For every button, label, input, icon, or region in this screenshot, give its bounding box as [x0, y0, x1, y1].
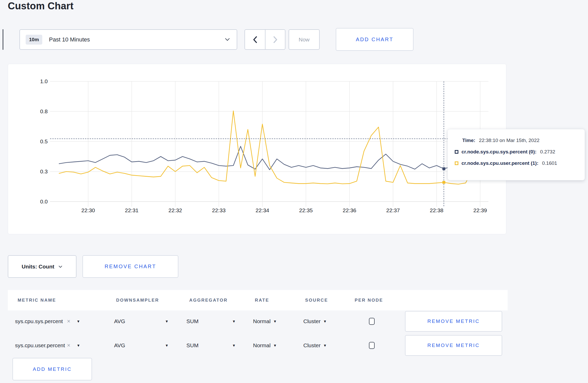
caret-down-icon: ▼ — [273, 343, 277, 347]
svg-text:22:38: 22:38 — [430, 207, 444, 213]
caret-down-icon: ▼ — [232, 319, 236, 323]
prev-time-button[interactable] — [245, 30, 265, 49]
series-swatch-sys — [455, 150, 458, 154]
time-nav-arrows — [244, 29, 285, 50]
svg-text:22:30: 22:30 — [81, 207, 95, 213]
remove-metric-label: REMOVE METRIC — [427, 343, 480, 348]
per-node-checkbox[interactable] — [369, 318, 375, 325]
rate-value: Normal — [253, 318, 271, 324]
aggregator-value: SUM — [186, 342, 199, 349]
page-title: Custom Chart — [8, 1, 74, 12]
col-header-source: SOURCE — [305, 298, 328, 303]
rate-value: Normal — [253, 342, 271, 349]
tooltip-series-label: cr.node.sys.cpu.user.percent (1): — [461, 160, 538, 166]
metric-row: sys.cpu.sys.percent × ▼ AVG ▼ SUM ▼ Norm… — [0, 310, 588, 333]
tooltip-series-value: 0.2732 — [540, 149, 555, 155]
chevron-down-icon — [58, 264, 62, 269]
clear-metric-icon[interactable]: × — [67, 342, 71, 349]
rate-select[interactable]: Normal ▼ — [253, 342, 277, 349]
metric-name-select[interactable]: sys.cpu.sys.percent × ▼ — [15, 318, 80, 325]
tooltip-series-label: cr.node.sys.cpu.sys.percent (0): — [461, 149, 536, 155]
svg-text:0.5: 0.5 — [40, 138, 48, 144]
aggregator-select[interactable]: SUM ▼ — [186, 318, 236, 324]
aggregator-select[interactable]: SUM ▼ — [186, 342, 236, 349]
time-range-select[interactable]: 10m Past 10 Minutes — [19, 29, 237, 50]
col-header-metric-name: METRIC NAME — [18, 298, 56, 303]
chevron-right-icon — [273, 36, 277, 43]
svg-text:22:36: 22:36 — [343, 207, 356, 213]
source-select[interactable]: Cluster ▼ — [303, 318, 327, 324]
metric-name-value: sys.cpu.user.percent — [15, 342, 65, 349]
svg-text:22:33: 22:33 — [212, 207, 226, 213]
metrics-table-header: METRIC NAME DOWNSAMPLER AGGREGATOR RATE … — [8, 290, 508, 310]
aggregator-value: SUM — [186, 318, 199, 324]
add-chart-label: ADD CHART — [356, 37, 393, 42]
metric-name-value: sys.cpu.sys.percent — [15, 318, 63, 324]
caret-down-icon: ▼ — [165, 343, 169, 347]
units-label: Units: Count — [22, 264, 54, 270]
svg-text:22:32: 22:32 — [169, 207, 182, 213]
downsampler-value: AVG — [114, 342, 125, 349]
per-node-checkbox[interactable] — [369, 342, 375, 349]
svg-text:1.0: 1.0 — [40, 78, 48, 84]
svg-text:0.8: 0.8 — [40, 108, 48, 114]
caret-down-icon: ▼ — [165, 319, 169, 323]
chart-hover-tooltip: Time: 22:38:10 on Mar 15th, 2022 cr.node… — [447, 129, 585, 180]
series-swatch-user — [455, 161, 458, 165]
caret-down-icon: ▼ — [273, 319, 277, 323]
svg-text:22:39: 22:39 — [473, 207, 487, 213]
metric-name-select[interactable]: sys.cpu.user.percent × ▼ — [15, 342, 80, 349]
svg-text:22:31: 22:31 — [125, 207, 139, 213]
caret-down-icon: ▼ — [323, 319, 327, 323]
col-header-downsampler: DOWNSAMPLER — [116, 298, 159, 303]
remove-metric-button[interactable]: REMOVE METRIC — [405, 311, 502, 332]
tooltip-time-value: 22:38:10 on Mar 15th, 2022 — [479, 138, 539, 143]
downsampler-value: AVG — [114, 318, 125, 324]
chevron-down-icon — [225, 37, 230, 42]
svg-text:22:35: 22:35 — [299, 207, 313, 213]
clear-metric-icon[interactable]: × — [67, 318, 70, 325]
caret-down-icon: ▼ — [76, 319, 80, 323]
next-time-button[interactable] — [265, 30, 285, 49]
col-header-per-node: PER NODE — [355, 298, 383, 303]
chart-card: 0.00.30.50.81.022:3022:3122:3222:3322:34… — [8, 64, 506, 234]
add-chart-button[interactable]: ADD CHART — [336, 28, 414, 51]
col-header-aggregator: AGGREGATOR — [189, 298, 228, 303]
remove-chart-label: REMOVE CHART — [104, 264, 156, 269]
toolbar-divider — [3, 29, 3, 50]
caret-down-icon: ▼ — [323, 343, 327, 347]
remove-metric-label: REMOVE METRIC — [427, 318, 480, 324]
rate-select[interactable]: Normal ▼ — [253, 318, 277, 324]
col-header-rate: RATE — [255, 298, 269, 303]
downsampler-select[interactable]: AVG ▼ — [114, 342, 169, 349]
source-value: Cluster — [303, 342, 321, 349]
tooltip-time-label: Time: — [462, 138, 475, 143]
caret-down-icon: ▼ — [76, 343, 80, 347]
time-range-badge: 10m — [26, 35, 42, 45]
time-range-label: Past 10 Minutes — [49, 36, 90, 43]
svg-text:0.3: 0.3 — [40, 168, 48, 174]
chevron-left-icon — [253, 36, 257, 43]
remove-chart-button[interactable]: REMOVE CHART — [82, 255, 178, 278]
caret-down-icon: ▼ — [232, 343, 236, 347]
add-metric-label: ADD METRIC — [33, 366, 72, 372]
source-value: Cluster — [303, 318, 321, 324]
now-button[interactable]: Now — [289, 29, 320, 50]
remove-metric-button[interactable]: REMOVE METRIC — [405, 335, 502, 356]
svg-text:0.0: 0.0 — [40, 198, 48, 204]
tooltip-series-value: 0.1601 — [542, 160, 557, 166]
timeseries-chart[interactable]: 0.00.30.50.81.022:3022:3122:3222:3322:34… — [8, 64, 506, 234]
downsampler-select[interactable]: AVG ▼ — [114, 318, 169, 324]
units-select[interactable]: Units: Count — [8, 255, 76, 278]
source-select[interactable]: Cluster ▼ — [303, 342, 327, 349]
svg-text:22:34: 22:34 — [256, 207, 269, 213]
svg-text:22:37: 22:37 — [386, 207, 400, 213]
metric-row: sys.cpu.user.percent × ▼ AVG ▼ SUM ▼ Nor… — [0, 334, 588, 357]
add-metric-button[interactable]: ADD METRIC — [12, 358, 92, 380]
